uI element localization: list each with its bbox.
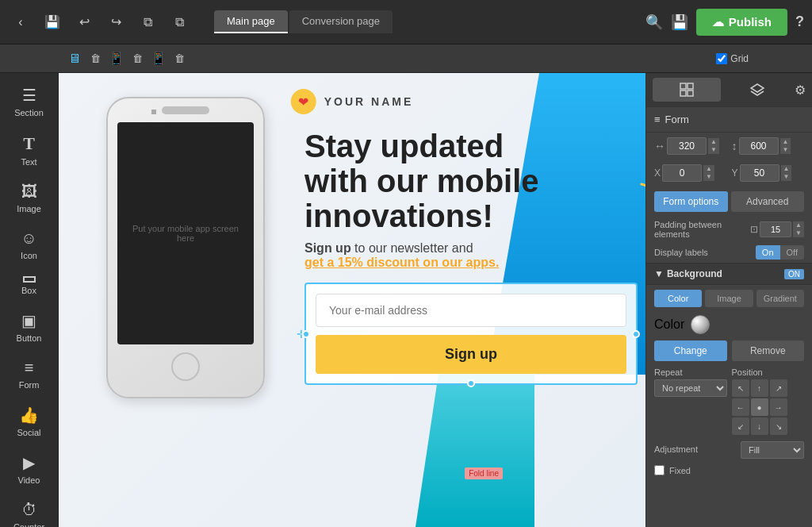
- width-input[interactable]: [667, 137, 707, 155]
- publish-button[interactable]: ☁ Publish: [696, 9, 787, 36]
- height-up[interactable]: ▲: [780, 138, 791, 146]
- y-down[interactable]: ▼: [781, 173, 792, 181]
- advanced-button[interactable]: Advanced: [731, 191, 805, 212]
- pos-mc[interactable]: ●: [751, 398, 768, 416]
- panel-tab-layers[interactable]: [724, 78, 792, 102]
- sidebar-item-icon[interactable]: ☺ Icon: [2, 223, 56, 267]
- pos-ml[interactable]: ←: [732, 398, 749, 416]
- padding-down[interactable]: ▼: [793, 229, 804, 237]
- panel-tabs: ⚙: [646, 73, 812, 107]
- svg-rect-3: [688, 90, 693, 96]
- search-button[interactable]: 🔍: [645, 13, 663, 31]
- display-labels-row: Display labels On Off: [646, 242, 812, 263]
- grid-toggle: Grid: [716, 53, 749, 64]
- adjustment-select[interactable]: Fill: [741, 441, 804, 459]
- arrow-decoration: [638, 176, 645, 240]
- grid-checkbox[interactable]: [716, 53, 727, 64]
- sidebar-item-section[interactable]: ☰ Section: [2, 79, 56, 124]
- pos-br[interactable]: ↘: [770, 417, 787, 435]
- phone-outer: Put your mobile app screen here: [106, 97, 265, 398]
- tab-conversion-page[interactable]: Conversion page: [289, 10, 393, 33]
- x-up[interactable]: ▲: [703, 165, 714, 173]
- right-panel: ⚙ ≡ Form ↔ ▲ ▼ ↕ ▲ ▼: [645, 73, 812, 527]
- sidebar-item-counter[interactable]: ⏱ Counter: [2, 494, 56, 527]
- fixed-checkbox[interactable]: [654, 465, 665, 475]
- sidebar-image-label: Image: [17, 204, 41, 213]
- background-section-title: ▼ Background: [654, 268, 722, 279]
- pos-tl[interactable]: ↖: [732, 379, 749, 397]
- top-bar: ‹ 💾 ↩ ↪ ⧉ ⧉ Main page Conversion page 🔍 …: [0, 0, 812, 44]
- bg-tab-gradient[interactable]: Gradient: [756, 290, 804, 307]
- height-down[interactable]: ▼: [780, 146, 791, 154]
- toggle-off-button[interactable]: Off: [780, 245, 804, 260]
- sidebar-form-label: Form: [19, 380, 40, 390]
- tablet-delete-button[interactable]: 🗑: [132, 52, 143, 64]
- camera-dot: [151, 110, 156, 114]
- repeat-select[interactable]: No repeat: [654, 379, 727, 397]
- phone-notch: [162, 106, 209, 114]
- mobile-device-button[interactable]: 📱: [147, 48, 170, 70]
- panel-settings-button[interactable]: ⚙: [795, 83, 806, 98]
- hero-subtitle-post: to our newsletter and: [351, 241, 473, 255]
- color-swatch[interactable]: [691, 315, 710, 334]
- pos-tr[interactable]: ↗: [770, 379, 787, 397]
- layout-icon: [680, 83, 694, 97]
- pos-tc[interactable]: ↑: [751, 379, 768, 397]
- pos-bl[interactable]: ↙: [732, 417, 749, 435]
- tablet-device-button[interactable]: 📱: [105, 48, 128, 70]
- back-button[interactable]: ‹: [8, 10, 33, 35]
- background-section-header: ▼ Background ON: [646, 263, 812, 285]
- y-group: Y ▲ ▼: [732, 164, 805, 182]
- width-up[interactable]: ▲: [708, 138, 719, 146]
- toggle-on-button[interactable]: On: [756, 245, 780, 260]
- y-input[interactable]: [740, 164, 779, 182]
- paste-button[interactable]: ⧉: [167, 10, 192, 35]
- display-labels-label: Display labels: [654, 248, 708, 257]
- logo-circle: ❤: [291, 89, 316, 114]
- canvas-area[interactable]: ❤ YOUR NAME Put your mobile app screen h…: [59, 73, 645, 527]
- fold-line: Fold line: [465, 467, 503, 479]
- desktop-delete-button[interactable]: 🗑: [90, 52, 101, 64]
- pos-bc[interactable]: ↓: [751, 417, 768, 435]
- height-group: ↕ ▲ ▼: [732, 137, 805, 155]
- sidebar-item-text[interactable]: T Text: [2, 127, 56, 173]
- submit-button[interactable]: Sign up: [316, 335, 626, 374]
- bg-tab-image[interactable]: Image: [705, 290, 753, 307]
- sidebar-item-button[interactable]: ▣ Button: [2, 305, 56, 349]
- sidebar-box-label: Box: [21, 286, 36, 295]
- padding-input[interactable]: [760, 221, 791, 237]
- change-image-button[interactable]: Change: [654, 340, 727, 361]
- bg-tab-color[interactable]: Color: [654, 290, 702, 307]
- height-input[interactable]: [739, 137, 779, 155]
- x-down[interactable]: ▼: [703, 173, 714, 181]
- panel-tab-layout[interactable]: [653, 78, 721, 102]
- copy-button[interactable]: ⧉: [135, 10, 160, 35]
- help-button[interactable]: ?: [795, 13, 804, 30]
- form-icon: ≡: [25, 359, 34, 377]
- save-icon-button[interactable]: 💾: [40, 10, 65, 35]
- tab-main-page[interactable]: Main page: [214, 10, 288, 33]
- x-input[interactable]: [662, 164, 702, 182]
- sidebar-item-image[interactable]: 🖼 Image: [2, 176, 56, 220]
- y-up[interactable]: ▲: [781, 165, 792, 173]
- sidebar-item-box[interactable]: Box: [2, 270, 56, 302]
- width-down[interactable]: ▼: [708, 146, 719, 154]
- remove-image-button[interactable]: Remove: [732, 340, 805, 361]
- pos-mr[interactable]: →: [770, 398, 787, 416]
- redo-button[interactable]: ↪: [103, 10, 128, 35]
- mobile-delete-button[interactable]: 🗑: [174, 52, 185, 64]
- desktop-device-button[interactable]: 🖥: [63, 48, 86, 70]
- form-options-button[interactable]: Form options: [654, 191, 728, 212]
- save-button[interactable]: 💾: [671, 13, 688, 31]
- element-label-text: Form: [665, 113, 689, 125]
- width-group: ↔ ▲ ▼: [654, 137, 727, 155]
- sidebar-item-video[interactable]: ▶ Video: [2, 447, 56, 491]
- hero-title-line3: innovations!: [304, 198, 493, 233]
- undo-button[interactable]: ↩: [71, 10, 97, 35]
- sidebar-item-form[interactable]: ≡ Form: [2, 352, 56, 396]
- padding-up[interactable]: ▲: [793, 221, 804, 229]
- sidebar-button-label: Button: [17, 333, 42, 343]
- publish-label: Publish: [729, 15, 772, 29]
- email-input[interactable]: [316, 294, 626, 327]
- sidebar-item-social[interactable]: 👍 Social: [2, 399, 56, 444]
